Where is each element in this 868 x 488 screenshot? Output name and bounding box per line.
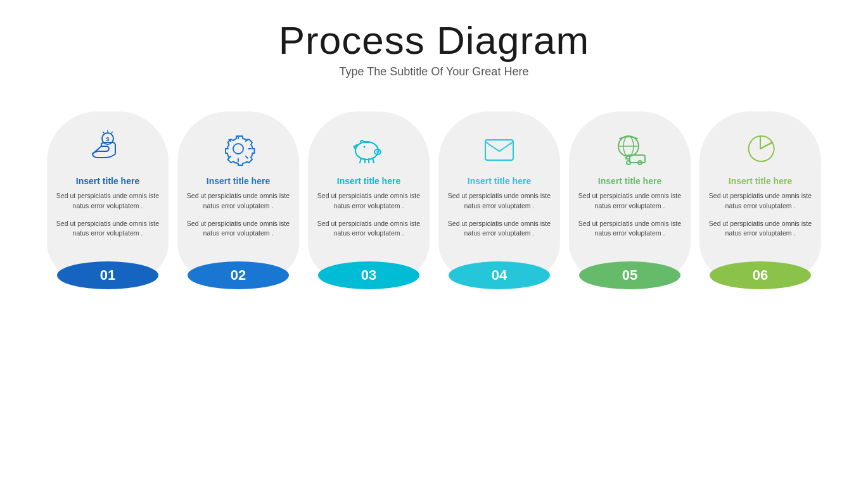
page-header: Process Diagram Type The Subtitle Of You… — [279, 18, 589, 78]
card-4-title: Insert title here — [468, 176, 531, 186]
card-6-title: Insert title here — [729, 176, 792, 186]
card-2-number: 02 — [188, 261, 289, 289]
envelope-icon — [477, 127, 521, 171]
svg-point-9 — [378, 151, 380, 153]
svg-point-5 — [233, 144, 243, 154]
svg-text:$: $ — [106, 136, 109, 142]
card-4-number: 04 — [449, 261, 550, 289]
svg-point-10 — [364, 146, 366, 148]
cards-container: $ Insert title here Sed ut perspiciatis … — [28, 111, 840, 280]
process-card-5: Insert title here Sed ut perspiciatis un… — [569, 111, 691, 280]
card-6-body: Sed ut perspiciatis unde omnis iste natu… — [708, 191, 812, 246]
svg-line-3 — [112, 132, 113, 134]
card-5-title: Insert title here — [598, 176, 661, 186]
page-title: Process Diagram — [279, 18, 589, 63]
svg-rect-16 — [485, 140, 513, 160]
process-card-2: Insert title here Sed ut perspiciatis un… — [177, 111, 299, 280]
process-card-1: $ Insert title here Sed ut perspiciatis … — [47, 111, 169, 280]
svg-point-21 — [627, 161, 630, 165]
card-1-title: Insert title here — [76, 176, 139, 186]
svg-line-15 — [373, 158, 374, 163]
card-3-body: Sed ut perspiciatis unde omnis iste natu… — [317, 191, 421, 246]
card-3-number: 03 — [318, 261, 419, 289]
card-3-title: Insert title here — [337, 176, 400, 186]
piggy-bank-icon — [347, 127, 391, 171]
card-5-body: Sed ut perspiciatis unde omnis iste natu… — [578, 191, 682, 246]
svg-line-4 — [103, 132, 105, 134]
card-4-body: Sed ut perspiciatis unde omnis iste natu… — [447, 191, 551, 246]
svg-rect-11 — [364, 142, 369, 143]
card-5-number: 05 — [579, 261, 680, 289]
gear-icon — [216, 127, 260, 171]
delivery-icon — [608, 127, 652, 171]
page-subtitle: Type The Subtitle Of Your Great Here — [279, 65, 589, 78]
card-2-body: Sed ut perspiciatis unde omnis iste natu… — [186, 191, 290, 246]
card-2-title: Insert title here — [207, 176, 270, 186]
card-1-body: Sed ut perspiciatis unde omnis iste natu… — [56, 191, 160, 246]
process-card-4: Insert title here Sed ut perspiciatis un… — [438, 111, 560, 280]
svg-line-12 — [360, 158, 361, 163]
money-hand-icon: $ — [86, 127, 130, 171]
svg-point-8 — [376, 151, 378, 153]
card-1-number: 01 — [57, 261, 158, 289]
process-card-3: Insert title here Sed ut perspiciatis un… — [308, 111, 430, 280]
process-card-6: Insert title here Sed ut perspiciatis un… — [699, 111, 821, 280]
card-6-number: 06 — [710, 261, 811, 289]
pie-chart-icon — [738, 127, 782, 171]
